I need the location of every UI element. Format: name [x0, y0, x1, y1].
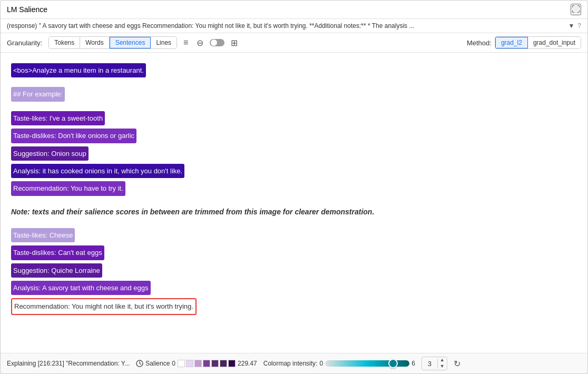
chevron-down-icon[interactable]: ▼ [568, 22, 574, 29]
sentence-bos[interactable]: <bos>Analyze a menu item in a restaurant… [11, 63, 146, 77]
sentence-recommendation-1[interactable]: Recommendation: You have to try it. [11, 181, 125, 195]
status-bar: Explaining [216:231] "Recommendation: Y.… [1, 353, 587, 373]
method-tab-grad-dot-input[interactable]: grad_dot_input [528, 37, 581, 48]
sentence-taste-dislikes-1[interactable]: Taste-dislikes: Don't like onions or gar… [11, 129, 136, 143]
method-label: Method: [467, 39, 492, 47]
method-tabs: grad_l2 grad_dot_input [495, 36, 581, 49]
method-tab-grad-l2[interactable]: grad_l2 [495, 37, 528, 48]
sentence-for-example[interactable]: ## For example: [11, 87, 65, 101]
spacer-1 [11, 80, 577, 85]
response-bar: (response) " A savory tart with cheese a… [1, 19, 587, 33]
minus-circle-icon[interactable]: ⊖ [194, 37, 205, 49]
tab-words[interactable]: Words [80, 37, 109, 48]
expand-button[interactable]: ⛶ [571, 4, 581, 15]
sentence-taste-dislikes-2[interactable]: Taste-dislikes: Can't eat eggs [11, 245, 104, 260]
spacer-2 [11, 104, 577, 109]
response-text: (response) " A savory tart with cheese a… [7, 22, 565, 29]
toggle-switch[interactable] [210, 39, 224, 46]
swatch-3 [203, 360, 210, 367]
controls-bar: Granularity: Tokens Words Sentences Line… [1, 33, 587, 53]
main-content: <bos>Analyze a menu item in a restaurant… [1, 53, 587, 353]
granularity-label: Granularity: [7, 39, 42, 47]
sentence-taste-likes-2[interactable]: Taste-likes: Cheese [11, 228, 75, 242]
main-window: LM Salience ⛶ (response) " A savory tart… [0, 0, 588, 374]
stepper-down-button[interactable]: ▼ [438, 363, 447, 370]
sentence-analysis-2[interactable]: Analysis: A savory tart with cheese and … [11, 281, 151, 295]
swatch-4 [211, 360, 219, 367]
grid-icon[interactable]: ⊞ [229, 37, 240, 49]
sentence-line-8: Taste-likes: Cheese [11, 227, 577, 243]
sentence-analysis-1[interactable]: Analysis: it has cooked onions in it, wh… [11, 164, 184, 178]
list-icon[interactable]: ≡ [181, 37, 190, 48]
swatch-2 [194, 360, 202, 367]
sentence-suggestion-2[interactable]: Suggestion: Quiche Lorraine [11, 263, 102, 278]
colormap-gradient[interactable] [325, 360, 409, 367]
explaining-text: Explaining [216:231] "Recommendation: Y.… [7, 360, 130, 367]
sentence-suggestion-1[interactable]: Suggestion: Onion soup [11, 146, 89, 161]
tab-sentences[interactable]: Sentences [110, 37, 151, 48]
sentence-taste-likes-1[interactable]: Taste-likes: I've a sweet-tooth [11, 111, 105, 125]
colormap-thumb[interactable] [388, 359, 398, 368]
salience-min: 0 [172, 360, 175, 367]
title-bar: LM Salience ⛶ [1, 1, 587, 19]
colormap-max: 6 [411, 360, 415, 367]
colormap-min: 0 [319, 360, 323, 367]
swatch-5 [220, 360, 227, 367]
svg-line-2 [140, 363, 141, 365]
sentence-line-3: Taste-likes: I've a sweet-tooth [11, 110, 577, 126]
sentence-line-10: Suggestion: Quiche Lorraine [11, 262, 577, 279]
sentence-line-2: ## For example: [11, 86, 577, 102]
sentence-line-5: Suggestion: Onion soup [11, 145, 577, 162]
colormap-label: Colormap intensity: [263, 360, 318, 367]
swatch-6 [228, 360, 236, 367]
stepper-value: 3 [422, 359, 438, 369]
sentence-line-9: Taste-dislikes: Can't eat eggs [11, 244, 577, 261]
swatch-0 [178, 360, 185, 367]
method-section: Method: grad_l2 grad_dot_input [467, 36, 581, 49]
note-text: Note: texts and their salience scores in… [11, 205, 577, 219]
salience-section: Salience 0 229.47 [136, 360, 257, 367]
swatch-1 [186, 360, 193, 367]
sentence-line-4: Taste-dislikes: Don't like onions or gar… [11, 127, 577, 144]
sentence-line-12: Recommendation: You might not like it, b… [11, 297, 577, 316]
refresh-button[interactable]: ↻ [454, 359, 460, 369]
sentence-line-11: Analysis: A savory tart with cheese and … [11, 280, 577, 296]
granularity-tabs: Tokens Words Sentences Lines [48, 36, 177, 49]
salience-label: Salience [145, 360, 170, 367]
sentence-line-6: Analysis: it has cooked onions in it, wh… [11, 163, 577, 179]
sentence-line-1: <bos>Analyze a menu item in a restaurant… [11, 62, 577, 78]
stepper-box: 3 ▲ ▼ [422, 357, 447, 370]
note-block: Note: texts and their salience scores in… [11, 205, 577, 219]
colormap-section: Colormap intensity: 0 6 [263, 360, 415, 367]
stepper-up-button[interactable]: ▲ [438, 357, 447, 363]
stepper-buttons: ▲ ▼ [438, 357, 447, 370]
tab-tokens[interactable]: Tokens [49, 37, 80, 48]
salience-max: 229.47 [238, 360, 257, 367]
app-title: LM Salience [7, 5, 47, 14]
sentence-line-7: Recommendation: You have to try it. [11, 180, 577, 196]
salience-swatches [178, 360, 236, 367]
sentence-recommendation-2[interactable]: Recommendation: You might not like it, b… [11, 298, 197, 314]
tab-lines[interactable]: Lines [151, 37, 177, 48]
help-icon[interactable]: ? [577, 22, 581, 29]
salience-icon [136, 360, 143, 367]
